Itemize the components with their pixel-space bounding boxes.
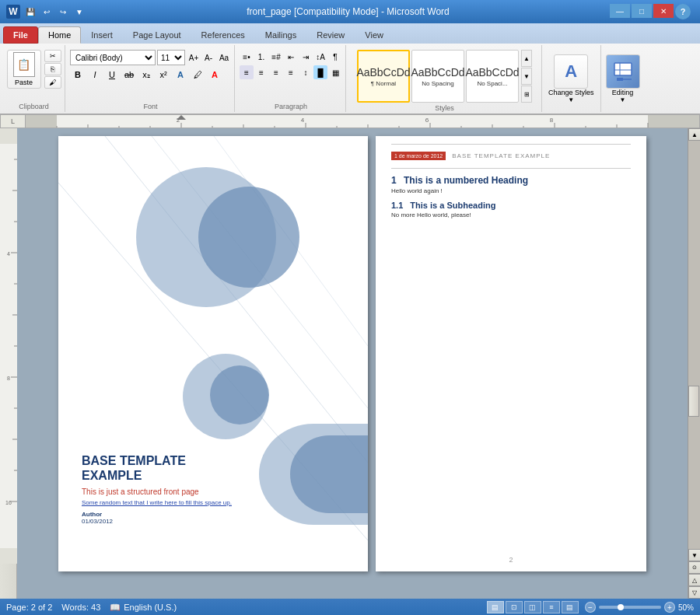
increase-indent-button[interactable]: ⇥: [299, 50, 313, 64]
vertical-scrollbar[interactable]: ▲ ▼ ⊙ △ ▽: [688, 128, 700, 599]
borders-button[interactable]: ▦: [328, 65, 342, 79]
cut-button[interactable]: ✂: [44, 50, 61, 62]
copy-button[interactable]: ⎘: [44, 63, 61, 75]
zoom-out-button[interactable]: −: [585, 602, 596, 613]
zoom-level: 50%: [678, 603, 694, 612]
zoom-slider[interactable]: [599, 606, 661, 609]
zoom-area: − + 50%: [585, 602, 694, 613]
select-browse-object-button[interactable]: ⊙: [688, 561, 700, 574]
svg-text:6: 6: [425, 117, 429, 124]
scroll-track[interactable]: [688, 141, 700, 549]
align-right-button[interactable]: ≡: [269, 65, 283, 79]
rp-body2: No more Hello world, please!: [391, 211, 631, 218]
highlight-button[interactable]: 🖊: [190, 67, 205, 82]
ribbon: File Home Insert Page Layout References …: [0, 23, 700, 114]
tab-review[interactable]: Review: [306, 26, 355, 44]
svg-text:8: 8: [7, 376, 10, 381]
font-color-button[interactable]: A: [207, 67, 222, 82]
subscript-button[interactable]: x₂: [138, 67, 154, 82]
font-grow-button[interactable]: A+: [187, 51, 201, 65]
underline-button[interactable]: U: [104, 67, 120, 82]
tab-references[interactable]: References: [191, 26, 255, 44]
styles-label: Styles: [435, 104, 454, 112]
style-nospacing-label: No Spacing: [422, 80, 453, 87]
bold-button[interactable]: B: [70, 67, 86, 82]
horizontal-ruler: 2 4 6 8: [25, 114, 700, 128]
circle-inner-top: [198, 187, 299, 288]
sort-button[interactable]: ↕A: [313, 50, 327, 64]
rp-date-badge: 1 de marzo de 2012: [391, 152, 446, 160]
bullets-button[interactable]: ≡•: [240, 50, 254, 64]
font-size-select[interactable]: 11: [157, 50, 185, 65]
ruler-corner[interactable]: L: [0, 114, 25, 128]
scroll-down-button[interactable]: ▼: [688, 549, 700, 561]
change-styles-label: Change Styles: [548, 89, 594, 96]
customize-quick-btn[interactable]: ▼: [72, 5, 86, 19]
close-button[interactable]: ✕: [653, 4, 674, 18]
front-page-content: BASE TEMPLATE EXAMPLE This is just a str…: [82, 453, 232, 525]
page-info-text: Page: 2 of 2: [6, 603, 52, 612]
svg-text:8: 8: [550, 117, 554, 124]
tab-page-layout[interactable]: Page Layout: [123, 26, 191, 44]
ribbon-tab-bar: File Home Insert Page Layout References …: [0, 23, 700, 44]
multilevel-list-button[interactable]: ≡#: [269, 50, 283, 64]
svg-rect-34: [0, 548, 17, 564]
style-expand[interactable]: ⊞: [521, 86, 532, 103]
svg-rect-0: [614, 63, 632, 75]
front-page-author: Author 01/03/2012: [82, 511, 232, 525]
full-screen-view-button[interactable]: ⊡: [506, 601, 523, 613]
minimize-button[interactable]: —: [610, 4, 630, 18]
rp-date-bar: 1 de marzo de 2012 BASE TEMPLATE EXAMPLE: [391, 152, 631, 160]
decrease-indent-button[interactable]: ⇤: [284, 50, 298, 64]
tab-insert[interactable]: Insert: [81, 26, 123, 44]
front-page-title1: BASE TEMPLATE: [82, 453, 232, 468]
font-shrink-button[interactable]: A-: [201, 51, 215, 65]
style-normal[interactable]: AaBbCcDd ¶ Normal: [357, 50, 410, 103]
prev-page-button[interactable]: △: [688, 574, 700, 586]
italic-button[interactable]: I: [87, 67, 103, 82]
help-button[interactable]: ?: [675, 4, 691, 19]
save-quick-btn[interactable]: 💾: [23, 5, 37, 19]
maximize-button[interactable]: □: [632, 4, 652, 18]
text-effects-button[interactable]: A: [173, 67, 188, 82]
outline-view-button[interactable]: ≡: [543, 601, 560, 613]
web-layout-view-button[interactable]: ◫: [524, 601, 541, 613]
numbering-button[interactable]: 1.: [254, 50, 268, 64]
change-styles-button[interactable]: A Change Styles ▼: [548, 54, 594, 103]
undo-quick-btn[interactable]: ↩: [40, 5, 54, 19]
document-scroll-area[interactable]: BASE TEMPLATE EXAMPLE This is just a str…: [17, 128, 688, 599]
line-spacing-button[interactable]: ↕: [299, 65, 313, 79]
align-center-button[interactable]: ≡: [254, 65, 268, 79]
clear-format-button[interactable]: Aa: [217, 51, 231, 65]
style-no-spacing[interactable]: AaBbCcDd No Spacing: [411, 50, 464, 103]
style-scroll-down[interactable]: ▼: [521, 68, 532, 85]
font-name-select[interactable]: Calibri (Body): [70, 50, 156, 65]
align-left-button[interactable]: ≡: [240, 65, 254, 79]
print-layout-view-button[interactable]: ▤: [487, 601, 504, 613]
right-page-content: 1 de marzo de 2012 BASE TEMPLATE EXAMPLE…: [376, 136, 646, 234]
title-bar-left: W 💾 ↩ ↪ ▼: [6, 5, 86, 19]
draft-view-button[interactable]: ▤: [562, 601, 579, 613]
superscript-button[interactable]: x²: [156, 67, 171, 82]
editing-button[interactable]: Editing ▼: [606, 54, 640, 103]
font-group: Calibri (Body) 11 A+ A- Aa B I U ab: [67, 45, 235, 112]
svg-text:16: 16: [5, 500, 12, 505]
strikethrough-button[interactable]: ab: [121, 67, 137, 82]
style-scroll-up[interactable]: ▲: [521, 50, 532, 67]
clipboard-group: 📋 Paste ✂ ⎘ 🖌 Clipboard: [3, 45, 65, 112]
tab-mailings[interactable]: Mailings: [255, 26, 306, 44]
paste-button[interactable]: 📋 Paste: [7, 50, 41, 89]
style-nospaci[interactable]: AaBbCcDd No Spaci...: [466, 50, 519, 103]
justify-button[interactable]: ≡: [284, 65, 298, 79]
scroll-up-button[interactable]: ▲: [688, 128, 700, 141]
zoom-in-button[interactable]: +: [664, 602, 675, 613]
show-hide-button[interactable]: ¶: [328, 50, 342, 64]
tab-home[interactable]: Home: [38, 26, 81, 44]
format-painter-button[interactable]: 🖌: [44, 76, 61, 89]
shading-button[interactable]: █: [313, 65, 327, 79]
scroll-thumb[interactable]: [688, 386, 699, 417]
tab-file[interactable]: File: [3, 26, 38, 44]
next-page-button[interactable]: ▽: [688, 586, 700, 599]
tab-view[interactable]: View: [355, 26, 394, 44]
redo-quick-btn[interactable]: ↪: [56, 5, 70, 19]
